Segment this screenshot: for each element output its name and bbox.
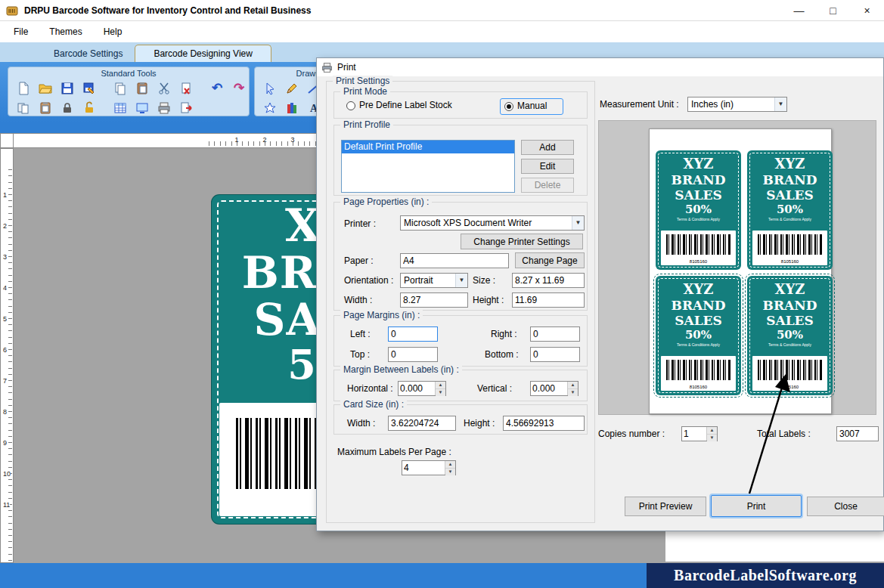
spin-down-icon[interactable]: ▼ — [707, 435, 717, 441]
clipboard-icon[interactable] — [38, 101, 53, 116]
add-profile-button[interactable]: Add — [521, 140, 574, 155]
orientation-label: Orientation : — [344, 275, 393, 286]
close-button[interactable]: × — [850, 0, 884, 21]
predefine-radio-label[interactable]: Pre Define Label Stock — [359, 100, 452, 110]
cut-icon[interactable] — [157, 81, 172, 96]
preview-label-line4: 50% — [656, 203, 741, 217]
window-title: DRPU Barcode Software for Inventory Cont… — [24, 5, 311, 16]
preview-label-2[interactable]: XYZ BRAND SALES 50% Terms & Conditions A… — [747, 150, 833, 270]
maximize-button[interactable]: □ — [816, 0, 850, 21]
margin-top-input[interactable] — [388, 347, 438, 362]
print-dialog-title-bar: Print — [317, 58, 883, 76]
predefine-radio[interactable] — [346, 101, 355, 110]
open-folder-icon[interactable] — [38, 81, 53, 96]
page-height-input[interactable] — [512, 292, 585, 308]
export-icon[interactable] — [178, 101, 194, 116]
vertical-margin-input[interactable] — [531, 382, 567, 395]
print-button[interactable]: Print — [711, 495, 802, 517]
menu-help[interactable]: Help — [96, 23, 130, 40]
margin-right-input[interactable] — [530, 326, 580, 342]
duplicate-icon[interactable] — [16, 101, 31, 116]
change-page-button[interactable]: Change Page — [515, 252, 585, 268]
max-labels-spinner[interactable]: ▲▼ — [402, 460, 456, 475]
grid-icon[interactable] — [113, 101, 128, 116]
orientation-select[interactable]: Portrait ▼ — [400, 273, 468, 288]
pencil-icon[interactable] — [284, 81, 299, 96]
tab-barcode-designing-view[interactable]: Barcode Designing View — [135, 45, 271, 62]
menu-themes[interactable]: Themes — [42, 23, 89, 40]
print-icon[interactable] — [157, 101, 172, 116]
spinner-buttons[interactable]: ▲▼ — [706, 427, 717, 441]
preview-label-3[interactable]: XYZ BRAND SALES 50% Terms & Conditions A… — [656, 276, 741, 395]
margin-left-input[interactable] — [388, 326, 438, 342]
measurement-unit-select[interactable]: Inches (in) ▼ — [687, 97, 787, 112]
undo-icon[interactable]: ↶ — [209, 81, 225, 96]
card-height-input[interactable] — [503, 416, 585, 431]
size-input[interactable] — [512, 273, 585, 288]
preview-barcode-panel: 8105160 — [752, 356, 827, 391]
spin-up-icon[interactable]: ▲ — [436, 382, 445, 389]
spin-down-icon[interactable]: ▼ — [445, 469, 455, 475]
manual-radio-label[interactable]: Manual — [517, 101, 547, 111]
save-as-icon[interactable] — [82, 81, 97, 96]
redo-icon[interactable]: ↷ — [231, 81, 247, 96]
paper-input[interactable] — [400, 253, 509, 268]
paste-icon[interactable] — [135, 81, 150, 96]
tab-barcode-settings[interactable]: Barcode Settings — [42, 45, 135, 62]
horizontal-margin-spinner[interactable]: ▲▼ — [398, 381, 446, 396]
card-width-input[interactable] — [388, 416, 456, 431]
h-ruler-number: 2 — [262, 136, 266, 144]
edit-profile-button[interactable]: Edit — [521, 159, 574, 174]
spin-down-icon[interactable]: ▼ — [436, 389, 445, 396]
change-printer-settings-button[interactable]: Change Printer Settings — [461, 234, 583, 249]
copies-input[interactable] — [682, 427, 706, 441]
save-icon[interactable] — [60, 81, 75, 96]
chevron-down-icon[interactable]: ▼ — [455, 274, 467, 287]
pointer-icon[interactable] — [262, 81, 278, 96]
printer-select[interactable]: Microsoft XPS Document Writer ▼ — [400, 215, 585, 231]
books-icon[interactable] — [284, 101, 299, 116]
unlock-icon[interactable] — [82, 101, 97, 116]
v-ruler-number: 7 — [3, 377, 7, 385]
spinner-buttons[interactable]: ▲▼ — [567, 382, 578, 395]
minimize-button[interactable]: — — [782, 0, 816, 21]
preview-label-terms: Terms & Conditions Apply — [747, 342, 833, 348]
copies-spinner[interactable]: ▲▼ — [681, 426, 718, 441]
spin-down-icon[interactable]: ▼ — [568, 389, 578, 396]
spin-up-icon[interactable]: ▲ — [707, 427, 717, 435]
delete-icon[interactable] — [178, 81, 194, 96]
menu-file[interactable]: File — [6, 23, 36, 40]
horizontal-margin-input[interactable] — [399, 382, 435, 395]
print-profile-list[interactable]: Default Print Profile — [341, 140, 515, 193]
copy-icon[interactable] — [113, 81, 128, 96]
spinner-buttons[interactable]: ▲▼ — [445, 461, 455, 475]
lock-icon[interactable] — [60, 101, 75, 116]
app-window: DRPU Barcode Software for Inventory Cont… — [0, 0, 884, 588]
spin-up-icon[interactable]: ▲ — [568, 382, 578, 389]
star-icon[interactable] — [262, 101, 278, 116]
print-profile-list-item[interactable]: Default Print Profile — [342, 141, 514, 153]
preview-label-1[interactable]: XYZ BRAND SALES 50% Terms & Conditions A… — [656, 150, 741, 270]
vertical-margin-spinner[interactable]: ▲▼ — [530, 381, 578, 396]
print-preview-button[interactable]: Print Preview — [625, 497, 706, 516]
total-labels-input[interactable] — [836, 426, 879, 441]
printer-select-value: Microsoft XPS Document Writer — [401, 218, 572, 228]
preview-label-line1: XYZ — [656, 276, 741, 298]
close-dialog-button[interactable]: Close — [807, 497, 884, 516]
page-width-input[interactable] — [400, 292, 468, 308]
chevron-down-icon[interactable]: ▼ — [774, 97, 786, 111]
max-labels-input[interactable] — [402, 461, 445, 475]
print-profile-group-label: Print Profile — [340, 119, 393, 130]
v-ruler-number: 10 — [3, 470, 11, 478]
size-label: Size : — [473, 275, 495, 286]
spinner-buttons[interactable]: ▲▼ — [435, 382, 445, 395]
preview-label-4[interactable]: XYZ BRAND SALES 50% Terms & Conditions A… — [747, 276, 833, 395]
margin-bottom-input[interactable] — [530, 347, 580, 362]
chevron-down-icon[interactable]: ▼ — [572, 216, 584, 230]
preview-icon[interactable] — [135, 101, 150, 116]
barcode-number: 8105160 — [661, 259, 736, 264]
v-ruler-number: 1 — [3, 191, 7, 199]
spin-up-icon[interactable]: ▲ — [445, 461, 455, 469]
manual-radio[interactable] — [504, 102, 513, 111]
new-file-icon[interactable] — [16, 81, 31, 96]
